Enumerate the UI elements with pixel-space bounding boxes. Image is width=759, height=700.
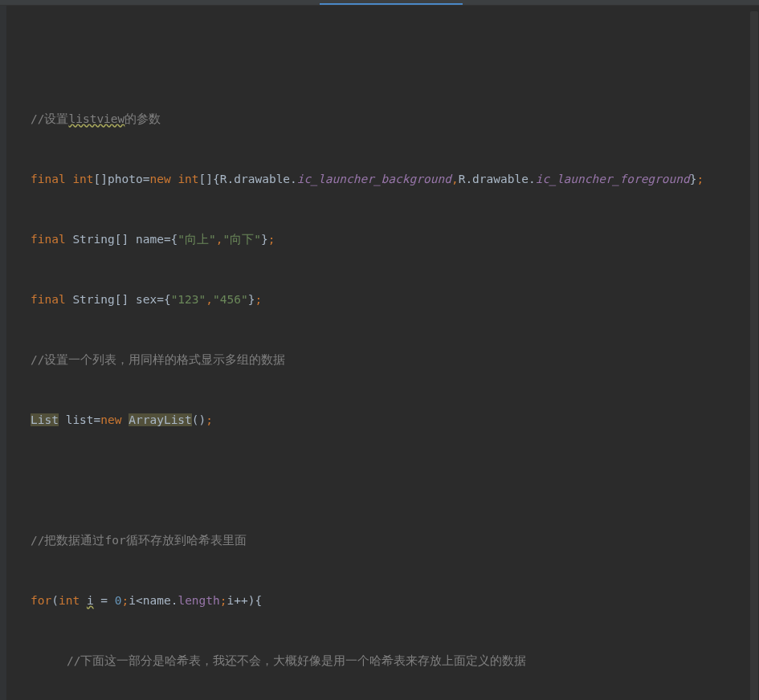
keyword-new: new <box>100 413 121 426</box>
keyword-final: final <box>31 293 66 306</box>
editor: //设置listview的参数 final int[]photo=new int… <box>0 6 759 700</box>
keyword-int: int <box>178 173 198 185</box>
keyword-new: new <box>149 173 170 185</box>
code-area[interactable]: //设置listview的参数 final int[]photo=new int… <box>6 6 759 700</box>
keyword-final: final <box>31 173 66 185</box>
comment-text: //设置一个列表，用同样的格式显示多组的数据 <box>31 353 285 366</box>
code-line[interactable]: //设置listview的参数 <box>6 109 759 129</box>
var-list: list <box>66 413 94 426</box>
string-456: "456" <box>213 293 248 306</box>
code-line[interactable]: final String[] name={"向上","向下"}; <box>6 230 759 250</box>
warn-ArrayList: ArrayList <box>129 413 192 426</box>
number-0: 0 <box>115 594 122 607</box>
var-name: name <box>136 233 164 246</box>
code-line[interactable]: final String[] sex={"123","456"}; <box>6 290 759 310</box>
code-line[interactable]: for(int i = 0;i<name.length;i++){ <box>6 591 759 611</box>
gutter[interactable] <box>0 6 6 700</box>
scrollbar-thumb[interactable] <box>750 11 758 700</box>
const-ic-launcher-bg: ic_launcher_background <box>297 173 451 185</box>
code-line[interactable]: //把数据通过for循环存放到哈希表里面 <box>6 531 759 551</box>
keyword-int: int <box>59 594 80 607</box>
code-line[interactable]: //设置一个列表，用同样的格式显示多组的数据 <box>6 350 759 370</box>
code-line[interactable]: //下面这一部分是哈希表，我还不会，大概好像是用一个哈希表来存放上面定义的数据 <box>6 651 759 671</box>
comment-text: //设置listview的参数 <box>31 112 161 125</box>
keyword-final: final <box>31 233 66 246</box>
code-line[interactable]: final int[]photo=new int[]{R.drawable.ic… <box>6 169 759 189</box>
var-photo: photo <box>108 173 143 185</box>
keyword-int: int <box>72 173 93 185</box>
warn-List: List <box>31 413 59 426</box>
var-i: i <box>87 594 94 607</box>
string-up: "向上" <box>178 233 215 246</box>
string-down: "向下" <box>223 233 261 246</box>
keyword-for: for <box>31 594 51 607</box>
vertical-scrollbar[interactable] <box>749 11 759 700</box>
var-sex: sex <box>136 293 157 306</box>
const-ic-launcher-fg: ic_launcher_foreground <box>536 173 690 185</box>
comment-text: //把数据通过for循环存放到哈希表里面 <box>31 534 247 547</box>
code-line[interactable]: List list=new ArrayList(); <box>6 410 759 430</box>
string-123: "123" <box>171 293 206 306</box>
field-length: length <box>178 594 219 607</box>
active-tab-underline <box>320 3 463 5</box>
editor-tabs-bar[interactable] <box>0 0 759 6</box>
comment-text: //下面这一部分是哈希表，我还不会，大概好像是用一个哈希表来存放上面定义的数据 <box>67 654 526 667</box>
